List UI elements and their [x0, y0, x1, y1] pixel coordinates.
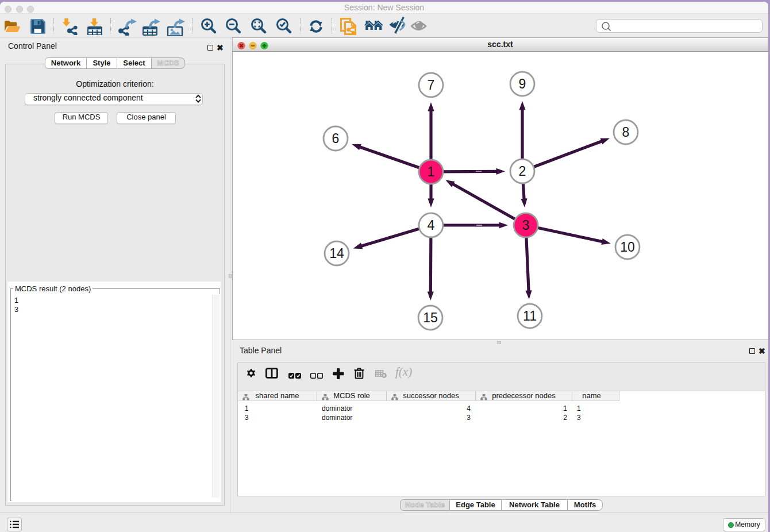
svg-text:9: 9 — [519, 76, 526, 91]
svg-text:6: 6 — [332, 131, 340, 146]
svg-text:15: 15 — [423, 310, 438, 325]
svg-text:7: 7 — [428, 78, 435, 92]
svg-text:2: 2 — [519, 164, 526, 179]
svg-text:11: 11 — [523, 309, 537, 323]
svg-text:4: 4 — [428, 218, 435, 233]
svg-text:3: 3 — [522, 218, 530, 233]
svg-text:10: 10 — [620, 240, 635, 255]
svg-text:1: 1 — [428, 164, 435, 179]
svg-text:14: 14 — [329, 246, 344, 261]
svg-text:8: 8 — [622, 125, 630, 140]
